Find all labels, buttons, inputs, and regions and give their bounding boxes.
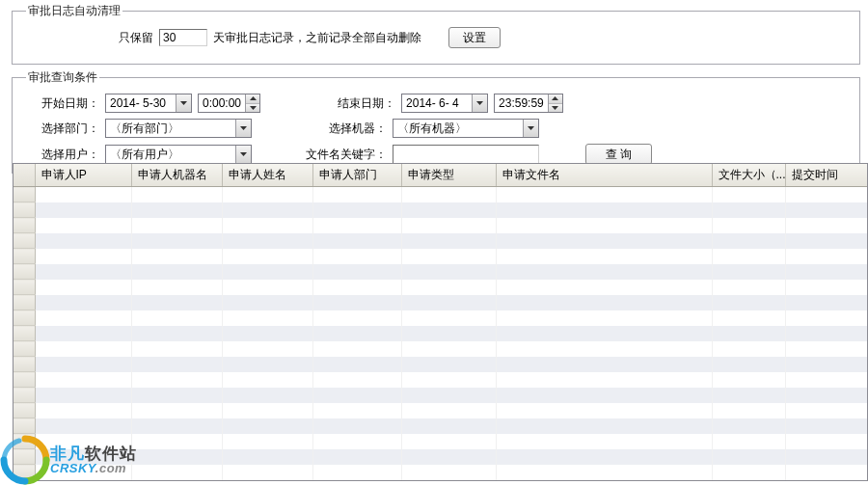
- table-cell: [312, 187, 401, 202]
- column-header[interactable]: 申请人IP: [35, 164, 131, 187]
- table-row[interactable]: [14, 187, 868, 202]
- dropdown-icon[interactable]: [235, 146, 251, 163]
- dropdown-icon[interactable]: [235, 120, 251, 137]
- table-cell: [401, 357, 496, 372]
- user-select[interactable]: 〈所有用户〉: [105, 145, 252, 164]
- table-cell: [712, 326, 785, 341]
- table-cell: [222, 465, 312, 480]
- results-table: 申请人IP申请人机器名申请人姓名申请人部门申请类型申请文件名文件大小（...提交…: [14, 164, 868, 480]
- table-cell: [222, 280, 312, 295]
- table-cell: [712, 233, 785, 249]
- table-row[interactable]: [14, 388, 868, 403]
- table-cell: [785, 295, 868, 310]
- table-row[interactable]: [14, 202, 868, 218]
- table-cell: [312, 249, 401, 264]
- column-header[interactable]: 申请人机器名: [131, 164, 222, 187]
- table-cell: [496, 218, 712, 233]
- table-cell: [312, 388, 401, 403]
- table-cell: [401, 187, 496, 202]
- table-cell: [496, 233, 712, 249]
- end-time-spinner[interactable]: 23:59:59: [494, 94, 563, 113]
- set-button[interactable]: 设置: [448, 27, 501, 48]
- table-cell: [496, 357, 712, 372]
- table-cell: [312, 341, 401, 357]
- query-legend: 审批查询条件: [26, 69, 99, 86]
- table-row[interactable]: [14, 295, 868, 310]
- start-date-picker[interactable]: 2014- 5-30: [105, 94, 192, 113]
- table-cell: [401, 202, 496, 218]
- logo-en-text: CRSKY.com: [50, 462, 137, 474]
- row-header-cell: [14, 280, 35, 295]
- table-row[interactable]: [14, 218, 868, 233]
- table-row[interactable]: [14, 434, 868, 449]
- table-row[interactable]: [14, 418, 868, 434]
- dept-select[interactable]: 〈所有部门〉: [105, 119, 252, 138]
- svg-marker-5: [552, 106, 558, 110]
- logo-cn-text: 非凡软件站: [50, 445, 137, 462]
- spin-up-icon[interactable]: [246, 94, 259, 104]
- table-cell: [35, 187, 131, 202]
- table-cell: [785, 403, 868, 418]
- table-row[interactable]: [14, 233, 868, 249]
- table-row[interactable]: [14, 341, 868, 357]
- table-cell: [312, 310, 401, 326]
- spin-down-icon[interactable]: [549, 104, 562, 113]
- column-header[interactable]: 申请文件名: [496, 164, 712, 187]
- table-cell: [785, 449, 868, 465]
- table-cell: [222, 233, 312, 249]
- table-cell: [496, 372, 712, 388]
- table-cell: [785, 264, 868, 280]
- keep-days-suffix: 天审批日志记录，之前记录全部自动删除: [213, 30, 421, 46]
- table-cell: [785, 233, 868, 249]
- table-cell: [222, 434, 312, 449]
- query-button[interactable]: 查 询: [585, 144, 652, 165]
- table-cell: [496, 434, 712, 449]
- end-date-picker[interactable]: 2014- 6- 4: [401, 94, 488, 113]
- dropdown-icon[interactable]: [176, 94, 191, 112]
- table-cell: [35, 202, 131, 218]
- dropdown-icon[interactable]: [472, 94, 487, 112]
- table-cell: [785, 418, 868, 434]
- table-row[interactable]: [14, 449, 868, 465]
- table-row[interactable]: [14, 280, 868, 295]
- table-cell: [401, 418, 496, 434]
- spin-down-icon[interactable]: [246, 104, 259, 113]
- column-header[interactable]: 提交时间: [785, 164, 868, 187]
- table-row[interactable]: [14, 403, 868, 418]
- table-cell: [785, 434, 868, 449]
- column-header[interactable]: 申请人部门: [312, 164, 401, 187]
- table-row[interactable]: [14, 465, 868, 480]
- keep-days-input[interactable]: [159, 29, 207, 46]
- row-header-cell: [14, 233, 35, 249]
- table-row[interactable]: [14, 310, 868, 326]
- table-cell: [222, 341, 312, 357]
- table-cell: [131, 295, 222, 310]
- table-row[interactable]: [14, 357, 868, 372]
- table-row[interactable]: [14, 264, 868, 280]
- table-cell: [222, 249, 312, 264]
- start-time-spinner[interactable]: 0:00:00: [198, 94, 260, 113]
- table-cell: [712, 403, 785, 418]
- filename-input[interactable]: [393, 145, 539, 164]
- table-row[interactable]: [14, 249, 868, 264]
- row-header-cell: [14, 264, 35, 280]
- table-cell: [401, 434, 496, 449]
- column-header[interactable]: 文件大小（...: [712, 164, 785, 187]
- table-cell: [496, 403, 712, 418]
- table-cell: [496, 465, 712, 480]
- table-cell: [312, 218, 401, 233]
- svg-marker-1: [250, 96, 257, 100]
- machine-select[interactable]: 〈所有机器〉: [393, 119, 539, 138]
- dropdown-icon[interactable]: [523, 120, 538, 137]
- table-row[interactable]: [14, 372, 868, 388]
- table-cell: [401, 388, 496, 403]
- svg-marker-0: [180, 101, 187, 105]
- table-cell: [312, 434, 401, 449]
- table-row[interactable]: [14, 326, 868, 341]
- spin-up-icon[interactable]: [549, 94, 562, 104]
- column-header[interactable]: 申请类型: [401, 164, 496, 187]
- svg-marker-6: [240, 126, 247, 130]
- table-cell: [131, 403, 222, 418]
- machine-value: 〈所有机器〉: [393, 121, 523, 137]
- column-header[interactable]: 申请人姓名: [222, 164, 312, 187]
